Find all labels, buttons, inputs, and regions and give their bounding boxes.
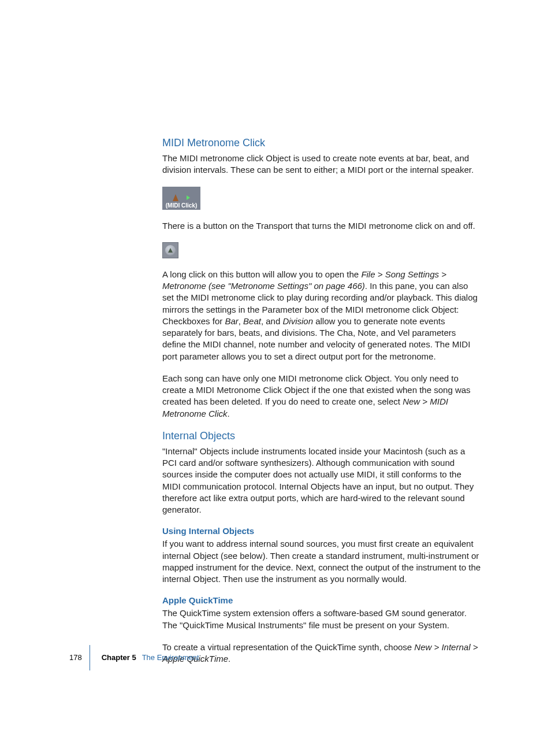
paragraph: The MIDI metronome click Object is used … xyxy=(162,153,482,176)
paragraph: To create a virtual representation of th… xyxy=(162,642,482,665)
subheading-apple-quicktime: Apple QuickTime xyxy=(162,595,482,605)
page-number: 178 xyxy=(69,653,82,662)
paragraph: "Internal" Objects include instruments l… xyxy=(162,446,482,516)
paragraph: The QuickTime system extension offers a … xyxy=(162,607,482,631)
page-footer: 178 Chapter 5 The Environment xyxy=(69,653,199,662)
footer-divider xyxy=(90,645,90,670)
page-content: MIDI Metronome Click The MIDI metronome … xyxy=(0,0,551,665)
transport-metronome-button-icon xyxy=(162,242,178,258)
heading-midi-metronome: MIDI Metronome Click xyxy=(162,137,482,149)
paragraph: Each song can have only one MIDI metrono… xyxy=(162,373,482,420)
play-indicator-icon xyxy=(187,195,190,200)
subheading-using-internal: Using Internal Objects xyxy=(162,526,482,536)
chapter-title: The Environment xyxy=(142,653,199,662)
midi-click-label: (MIDI Click) xyxy=(166,202,197,209)
paragraph: If you want to address internal sound so… xyxy=(162,538,482,585)
heading-internal-objects: Internal Objects xyxy=(162,430,482,442)
chapter-label: Chapter 5 xyxy=(102,653,136,662)
paragraph: A long click on this button will allow y… xyxy=(162,269,482,362)
metronome-icon xyxy=(173,194,178,201)
paragraph: There is a button on the Transport that … xyxy=(162,220,482,232)
midi-click-object-icon: (MIDI Click) xyxy=(162,187,200,210)
